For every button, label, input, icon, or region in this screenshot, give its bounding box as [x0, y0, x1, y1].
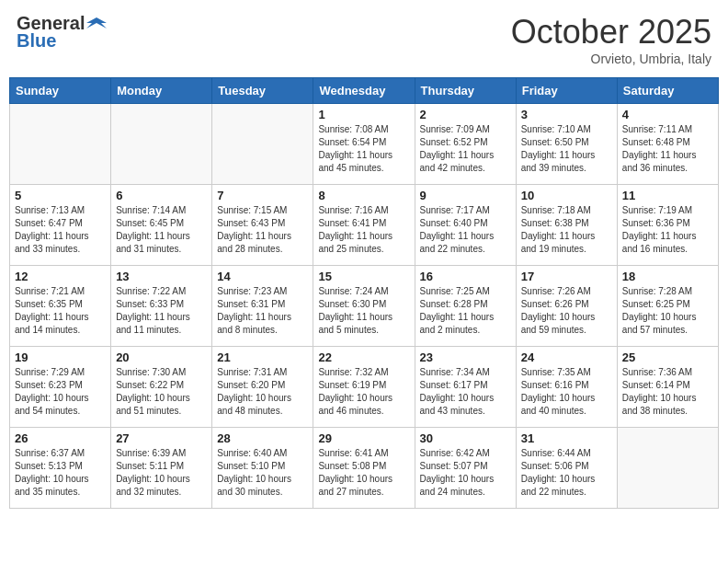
day-info: Sunrise: 7:09 AM Sunset: 6:52 PM Dayligh… [420, 123, 511, 175]
day-info: Sunrise: 6:40 AM Sunset: 5:10 PM Dayligh… [217, 447, 308, 499]
day-number: 21 [217, 350, 308, 364]
calendar-cell: 16Sunrise: 7:25 AM Sunset: 6:28 PM Dayli… [415, 266, 516, 347]
day-info: Sunrise: 7:25 AM Sunset: 6:28 PM Dayligh… [420, 285, 511, 337]
calendar-cell: 24Sunrise: 7:35 AM Sunset: 6:16 PM Dayli… [516, 347, 617, 428]
calendar-cell: 2Sunrise: 7:09 AM Sunset: 6:52 PM Daylig… [415, 104, 516, 185]
day-info: Sunrise: 7:29 AM Sunset: 6:23 PM Dayligh… [15, 366, 106, 418]
day-info: Sunrise: 7:23 AM Sunset: 6:31 PM Dayligh… [217, 285, 308, 337]
calendar-table: Sunday Monday Tuesday Wednesday Thursday… [9, 77, 719, 509]
day-number: 20 [116, 350, 207, 364]
day-info: Sunrise: 7:31 AM Sunset: 6:20 PM Dayligh… [217, 366, 308, 418]
header-friday: Friday [516, 78, 617, 104]
header-wednesday: Wednesday [313, 78, 415, 104]
calendar-cell: 3Sunrise: 7:10 AM Sunset: 6:50 PM Daylig… [516, 104, 617, 185]
calendar-cell: 22Sunrise: 7:32 AM Sunset: 6:19 PM Dayli… [313, 347, 415, 428]
calendar-cell: 20Sunrise: 7:30 AM Sunset: 6:22 PM Dayli… [111, 347, 212, 428]
header-saturday: Saturday [617, 78, 718, 104]
day-info: Sunrise: 7:35 AM Sunset: 6:16 PM Dayligh… [521, 366, 612, 418]
calendar-cell: 1Sunrise: 7:08 AM Sunset: 6:54 PM Daylig… [313, 104, 415, 185]
day-number: 13 [116, 270, 207, 283]
calendar-cell: 12Sunrise: 7:21 AM Sunset: 6:35 PM Dayli… [10, 266, 111, 347]
header-sunday: Sunday [10, 78, 111, 104]
day-number: 1 [318, 108, 409, 121]
day-info: Sunrise: 7:18 AM Sunset: 6:38 PM Dayligh… [521, 204, 612, 256]
day-number: 9 [420, 189, 511, 202]
day-info: Sunrise: 7:22 AM Sunset: 6:33 PM Dayligh… [116, 285, 207, 337]
day-info: Sunrise: 7:13 AM Sunset: 6:47 PM Dayligh… [15, 204, 106, 256]
calendar-cell: 29Sunrise: 6:41 AM Sunset: 5:08 PM Dayli… [313, 428, 415, 509]
day-info: Sunrise: 6:42 AM Sunset: 5:07 PM Dayligh… [420, 447, 511, 499]
calendar-cell: 9Sunrise: 7:17 AM Sunset: 6:40 PM Daylig… [415, 185, 516, 266]
day-info: Sunrise: 7:11 AM Sunset: 6:48 PM Dayligh… [622, 123, 713, 175]
calendar-cell [617, 428, 718, 509]
day-info: Sunrise: 7:14 AM Sunset: 6:45 PM Dayligh… [116, 204, 207, 256]
calendar-week-3: 12Sunrise: 7:21 AM Sunset: 6:35 PM Dayli… [10, 266, 719, 347]
day-number: 12 [15, 270, 106, 283]
calendar-cell: 26Sunrise: 6:37 AM Sunset: 5:13 PM Dayli… [10, 428, 111, 509]
calendar-cell [111, 104, 212, 185]
calendar-cell: 21Sunrise: 7:31 AM Sunset: 6:20 PM Dayli… [212, 347, 313, 428]
day-number: 6 [116, 189, 207, 202]
calendar-cell: 25Sunrise: 7:36 AM Sunset: 6:14 PM Dayli… [617, 347, 718, 428]
calendar-cell: 30Sunrise: 6:42 AM Sunset: 5:07 PM Dayli… [415, 428, 516, 509]
day-info: Sunrise: 7:21 AM Sunset: 6:35 PM Dayligh… [15, 285, 106, 337]
day-number: 30 [420, 431, 511, 445]
title-section: October 2025 Orvieto, Umbria, Italy [511, 13, 711, 66]
day-info: Sunrise: 7:10 AM Sunset: 6:50 PM Dayligh… [521, 123, 612, 175]
day-number: 14 [217, 270, 308, 283]
day-number: 15 [318, 270, 409, 283]
day-number: 25 [622, 350, 713, 364]
day-info: Sunrise: 6:44 AM Sunset: 5:06 PM Dayligh… [521, 447, 612, 499]
day-number: 27 [116, 431, 207, 445]
day-info: Sunrise: 7:19 AM Sunset: 6:36 PM Dayligh… [622, 204, 713, 256]
calendar-header-row: Sunday Monday Tuesday Wednesday Thursday… [10, 78, 719, 104]
logo: General Blue [17, 13, 107, 52]
day-number: 18 [622, 270, 713, 283]
svg-marker-0 [86, 17, 107, 29]
calendar-cell: 31Sunrise: 6:44 AM Sunset: 5:06 PM Dayli… [516, 428, 617, 509]
day-info: Sunrise: 7:36 AM Sunset: 6:14 PM Dayligh… [622, 366, 713, 418]
calendar-cell: 7Sunrise: 7:15 AM Sunset: 6:43 PM Daylig… [212, 185, 313, 266]
calendar-cell: 18Sunrise: 7:28 AM Sunset: 6:25 PM Dayli… [617, 266, 718, 347]
header-tuesday: Tuesday [212, 78, 313, 104]
day-number: 16 [420, 270, 511, 283]
calendar-cell: 8Sunrise: 7:16 AM Sunset: 6:41 PM Daylig… [313, 185, 415, 266]
calendar-cell: 19Sunrise: 7:29 AM Sunset: 6:23 PM Dayli… [10, 347, 111, 428]
day-number: 2 [420, 108, 511, 121]
calendar-week-1: 1Sunrise: 7:08 AM Sunset: 6:54 PM Daylig… [10, 104, 719, 185]
day-info: Sunrise: 7:17 AM Sunset: 6:40 PM Dayligh… [420, 204, 511, 256]
calendar-cell: 14Sunrise: 7:23 AM Sunset: 6:31 PM Dayli… [212, 266, 313, 347]
day-info: Sunrise: 6:37 AM Sunset: 5:13 PM Dayligh… [15, 447, 106, 499]
calendar-week-2: 5Sunrise: 7:13 AM Sunset: 6:47 PM Daylig… [10, 185, 719, 266]
day-number: 24 [521, 350, 612, 364]
day-number: 23 [420, 350, 511, 364]
day-number: 17 [521, 270, 612, 283]
day-number: 28 [217, 431, 308, 445]
day-number: 10 [521, 189, 612, 202]
day-info: Sunrise: 7:30 AM Sunset: 6:22 PM Dayligh… [116, 366, 207, 418]
day-number: 5 [15, 189, 106, 202]
calendar-cell: 27Sunrise: 6:39 AM Sunset: 5:11 PM Dayli… [111, 428, 212, 509]
calendar-week-4: 19Sunrise: 7:29 AM Sunset: 6:23 PM Dayli… [10, 347, 719, 428]
day-number: 31 [521, 431, 612, 445]
day-number: 26 [15, 431, 106, 445]
calendar-cell: 4Sunrise: 7:11 AM Sunset: 6:48 PM Daylig… [617, 104, 718, 185]
day-info: Sunrise: 7:15 AM Sunset: 6:43 PM Dayligh… [217, 204, 308, 256]
header-monday: Monday [111, 78, 212, 104]
day-info: Sunrise: 7:08 AM Sunset: 6:54 PM Dayligh… [318, 123, 409, 175]
day-number: 19 [15, 350, 106, 364]
day-number: 7 [217, 189, 308, 202]
calendar-cell [10, 104, 111, 185]
calendar-cell [212, 104, 313, 185]
day-info: Sunrise: 7:32 AM Sunset: 6:19 PM Dayligh… [318, 366, 409, 418]
day-number: 22 [318, 350, 409, 364]
day-info: Sunrise: 7:24 AM Sunset: 6:30 PM Dayligh… [318, 285, 409, 337]
location-subtitle: Orvieto, Umbria, Italy [511, 52, 711, 66]
calendar-cell: 11Sunrise: 7:19 AM Sunset: 6:36 PM Dayli… [617, 185, 718, 266]
day-info: Sunrise: 7:28 AM Sunset: 6:25 PM Dayligh… [622, 285, 713, 337]
header-thursday: Thursday [415, 78, 516, 104]
day-info: Sunrise: 7:34 AM Sunset: 6:17 PM Dayligh… [420, 366, 511, 418]
calendar-cell: 6Sunrise: 7:14 AM Sunset: 6:45 PM Daylig… [111, 185, 212, 266]
calendar-cell: 23Sunrise: 7:34 AM Sunset: 6:17 PM Dayli… [415, 347, 516, 428]
day-number: 29 [318, 431, 409, 445]
